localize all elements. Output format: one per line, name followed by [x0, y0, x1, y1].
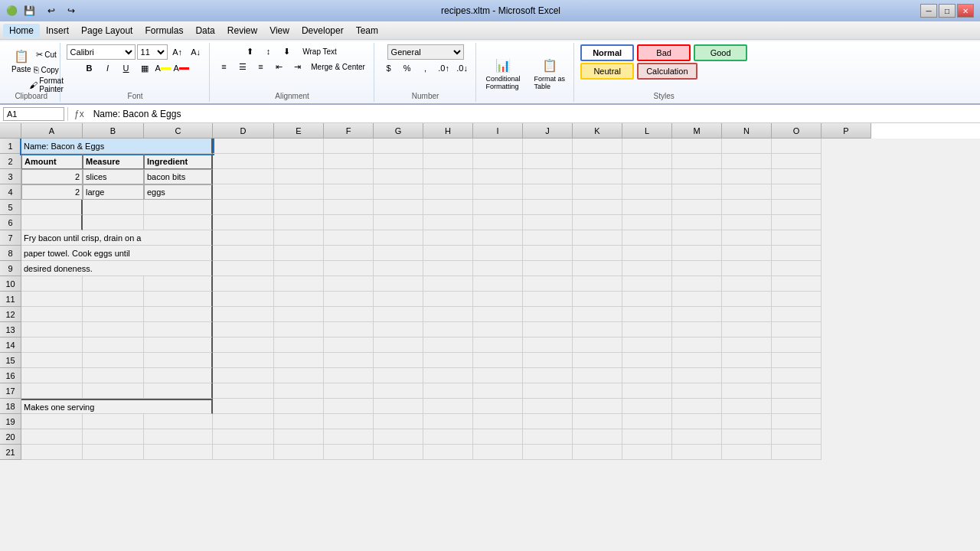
cell-b12[interactable] [83, 307, 144, 322]
cell-i10[interactable] [473, 276, 523, 292]
cell-e8[interactable] [274, 246, 324, 261]
cell-c19[interactable] [144, 414, 213, 429]
cell-l13[interactable] [622, 322, 672, 337]
cell-g19[interactable] [374, 414, 423, 429]
wrap-text-button[interactable]: Wrap Text [297, 44, 343, 58]
increase-font-button[interactable]: A↑ [169, 45, 186, 59]
cell-h1[interactable] [423, 139, 473, 154]
cell-o12[interactable] [772, 307, 822, 322]
cell-a21[interactable] [21, 445, 83, 460]
cell-m18[interactable] [672, 399, 722, 414]
currency-button[interactable]: $ [381, 61, 397, 75]
cell-m20[interactable] [672, 429, 722, 445]
cell-g4[interactable] [374, 184, 423, 200]
cell-c14[interactable] [144, 337, 213, 353]
cell-m3[interactable] [672, 169, 722, 184]
close-button[interactable]: ✕ [957, 4, 974, 18]
col-header-h[interactable]: H [423, 123, 473, 139]
cell-e19[interactable] [274, 414, 324, 429]
cell-n5[interactable] [722, 200, 772, 215]
cell-e12[interactable] [274, 307, 324, 322]
menu-page-layout[interactable]: Page Layout [75, 24, 139, 37]
cell-o21[interactable] [772, 445, 822, 460]
cell-o6[interactable] [772, 215, 822, 230]
cell-d1[interactable] [213, 139, 274, 154]
cell-b6[interactable] [83, 215, 144, 230]
col-header-e[interactable]: E [274, 123, 324, 139]
cell-o4[interactable] [772, 184, 822, 200]
cell-h13[interactable] [423, 322, 473, 337]
cell-b17[interactable] [83, 383, 144, 399]
comma-button[interactable]: , [417, 61, 434, 75]
cell-k11[interactable] [573, 292, 622, 307]
merge-center-button[interactable]: Merge & Center [308, 60, 369, 73]
cell-c12[interactable] [144, 307, 213, 322]
copy-button[interactable]: ⎘ Copy [38, 63, 55, 77]
cell-f2[interactable] [324, 154, 374, 169]
cell-d2[interactable] [213, 154, 274, 169]
indent-inc-button[interactable]: ⇥ [289, 60, 306, 73]
cell-n7[interactable] [722, 230, 772, 246]
cell-a10[interactable] [21, 276, 83, 292]
cell-n9[interactable] [722, 261, 772, 276]
menu-team[interactable]: Team [350, 24, 384, 37]
cell-g1[interactable] [374, 139, 423, 154]
cell-m4[interactable] [672, 184, 722, 200]
cell-g12[interactable] [374, 307, 423, 322]
cell-n6[interactable] [722, 215, 772, 230]
cell-e7[interactable] [274, 230, 324, 246]
cell-d4[interactable] [213, 184, 274, 200]
row-num-17[interactable]: 17 [0, 383, 21, 399]
cell-f8[interactable] [324, 246, 374, 261]
cell-e11[interactable] [274, 292, 324, 307]
cell-k14[interactable] [573, 337, 622, 353]
cell-o16[interactable] [772, 368, 822, 383]
cell-h16[interactable] [423, 368, 473, 383]
col-header-j[interactable]: J [523, 123, 573, 139]
cell-g16[interactable] [374, 368, 423, 383]
cell-d17[interactable] [213, 383, 274, 399]
row-num-21[interactable]: 21 [0, 445, 21, 460]
cell-l1[interactable] [622, 139, 672, 154]
cell-m8[interactable] [672, 246, 722, 261]
cell-f3[interactable] [324, 169, 374, 184]
cell-k1[interactable] [573, 139, 622, 154]
menu-formulas[interactable]: Formulas [139, 24, 189, 37]
cell-l19[interactable] [622, 414, 672, 429]
cell-k9[interactable] [573, 261, 622, 276]
cell-j13[interactable] [523, 322, 573, 337]
cell-d11[interactable] [213, 292, 274, 307]
cell-i4[interactable] [473, 184, 523, 200]
cell-h6[interactable] [423, 215, 473, 230]
cell-e17[interactable] [274, 383, 324, 399]
cell-j18[interactable] [523, 399, 573, 414]
cell-m15[interactable] [672, 353, 722, 368]
cell-g21[interactable] [374, 445, 423, 460]
decrease-font-button[interactable]: A↓ [188, 45, 204, 59]
cell-d21[interactable] [213, 445, 274, 460]
cell-j14[interactable] [523, 337, 573, 353]
cell-l5[interactable] [622, 200, 672, 215]
cell-l18[interactable] [622, 399, 672, 414]
menu-insert[interactable]: Insert [40, 24, 75, 37]
cell-d13[interactable] [213, 322, 274, 337]
cell-a1[interactable]: Name: Bacon & Eggs [21, 139, 213, 154]
cell-l6[interactable] [622, 215, 672, 230]
cell-h12[interactable] [423, 307, 473, 322]
cell-l11[interactable] [622, 292, 672, 307]
cell-b13[interactable] [83, 322, 144, 337]
dec-inc-button[interactable]: .0↑ [436, 61, 452, 75]
cell-k12[interactable] [573, 307, 622, 322]
cell-g9[interactable] [374, 261, 423, 276]
cell-e3[interactable] [274, 169, 324, 184]
cell-d8[interactable] [213, 246, 274, 261]
cell-j8[interactable] [523, 246, 573, 261]
cell-c10[interactable] [144, 276, 213, 292]
cell-l2[interactable] [622, 154, 672, 169]
cell-g10[interactable] [374, 276, 423, 292]
cell-a3[interactable]: 2 [21, 169, 83, 184]
quick-access-undo[interactable]: ↩ [47, 5, 55, 16]
cell-l12[interactable] [622, 307, 672, 322]
col-header-p[interactable]: P [822, 123, 871, 139]
cell-m11[interactable] [672, 292, 722, 307]
